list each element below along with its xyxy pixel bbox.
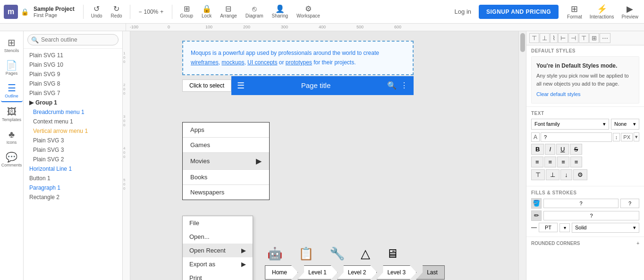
align-left-button[interactable]: ≡ — [531, 157, 543, 167]
sidebar-item-stencils[interactable]: ⊞ Stencils — [1, 35, 23, 56]
outline-item-plain-svg-3a[interactable]: Plain SVG 3 — [24, 136, 122, 145]
nav-level3[interactable]: Level 3 — [376, 265, 416, 280]
outline-item-paragraph[interactable]: Paragraph 1 — [24, 183, 122, 192]
fill-color-value[interactable]: ? — [543, 199, 619, 208]
file-menu-item-open[interactable]: Open... — [183, 230, 253, 244]
font-case-icon[interactable]: A — [531, 132, 540, 142]
bold-button[interactable]: B — [531, 144, 544, 155]
interactions-button[interactable]: ⚡ Interactions — [588, 3, 616, 20]
rounded-corners-add-icon[interactable]: + — [636, 241, 639, 246]
outline-item-context-menu[interactable]: Context menu 1 — [24, 117, 122, 126]
menu-item-newspapers[interactable]: Newspapers — [183, 185, 269, 200]
stroke-color-value[interactable]: ? — [543, 211, 639, 220]
align-center-icon[interactable]: ⊣ — [568, 33, 578, 43]
outline-item-breadcrumb[interactable]: Breadcrumb menu 1 — [24, 107, 122, 117]
stroke-color-icon[interactable]: ✏ — [531, 210, 542, 221]
outline-item-plain-svg-7[interactable]: Plain SVG 7 — [24, 88, 122, 98]
align-middle-icon[interactable]: ⊥ — [540, 33, 550, 43]
canvas-content[interactable]: Moqups is a powerful app used by profess… — [130, 31, 518, 280]
italic-button[interactable]: I — [545, 144, 555, 155]
valign-bottom-button[interactable]: ↓ — [560, 169, 572, 180]
preview-button[interactable]: ▶ Preview — [619, 3, 640, 20]
outline-item-button-1[interactable]: Button 1 — [24, 174, 122, 183]
stroke-style-select[interactable]: Solid ▾ — [572, 223, 639, 233]
outline-item-plain-svg-2[interactable]: Plain SVG 2 — [24, 155, 122, 164]
nav-last[interactable]: Last — [416, 265, 445, 280]
sidebar-item-pages[interactable]: 📄 Pages — [1, 58, 23, 79]
justify-button[interactable]: ≡ — [570, 157, 583, 167]
outline-item-vertical-arrow-menu[interactable]: Vertical arrow menu 1 — [24, 126, 122, 136]
font-size-input[interactable]: ? — [541, 132, 612, 142]
text-settings-button[interactable]: ⚙ — [573, 169, 587, 180]
nav-home[interactable]: Home — [265, 265, 298, 280]
stroke-width-value[interactable]: PT — [539, 223, 558, 232]
file-menu-item-print[interactable]: Print — [183, 271, 253, 280]
nav-level1[interactable]: Level 1 — [297, 265, 338, 280]
outline-item-plain-svg-9[interactable]: Plain SVG 9 — [24, 70, 122, 79]
fill-opacity-value[interactable]: ? — [620, 199, 639, 208]
canvas-area[interactable]: 100 200 300 400 500 Moqups is a powerful… — [123, 31, 526, 280]
px-dropdown[interactable]: ▾ — [634, 132, 639, 141]
valign-top-button[interactable]: ⊤ — [531, 169, 545, 180]
align-right-icon[interactable]: ⊤ — [579, 33, 589, 43]
signup-button[interactable]: SIGNUP AND PRICING — [479, 5, 559, 19]
outline-item-rectangle-2[interactable]: Rectangle 2 — [24, 192, 122, 202]
fill-color-icon[interactable]: 🪣 — [531, 198, 542, 209]
outline-item-plain-svg-10[interactable]: Plain SVG 10 — [24, 60, 122, 70]
outline-item-plain-svg-11[interactable]: Plain SVG 11 — [24, 51, 122, 60]
outline-item-horizontal-line[interactable]: Horizontal Line 1 — [24, 164, 122, 174]
menu-item-movies[interactable]: Movies ▶ — [183, 153, 269, 170]
arrange-button[interactable]: ⊟ Arrange — [217, 4, 240, 19]
align-bottom-icon[interactable]: ⌇ — [550, 33, 558, 43]
menu-item-apps[interactable]: Apps — [183, 122, 269, 138]
outline-item-group-1[interactable]: ▶ Group 1 — [24, 98, 122, 107]
font-style-select[interactable]: None ▾ — [611, 119, 639, 130]
zoom-minus[interactable]: − — [139, 9, 142, 15]
click-to-select-button[interactable]: Click to select — [182, 79, 231, 92]
align-right-button[interactable]: ≡ — [557, 157, 569, 167]
distribute-h-icon[interactable]: ⊞ — [589, 33, 599, 43]
font-family-select[interactable]: Font family ▾ — [531, 119, 609, 130]
valign-middle-button[interactable]: ⊥ — [546, 169, 559, 180]
outline-item-plain-svg-8[interactable]: Plain SVG 8 — [24, 79, 122, 88]
sidebar-item-comments[interactable]: 💬 Comments — [1, 149, 23, 170]
outline-item-plain-svg-3b[interactable]: Plain SVG 3 — [24, 145, 122, 155]
align-top-icon[interactable]: ⊤ — [529, 33, 539, 43]
vertical-scrollbar[interactable] — [518, 31, 526, 280]
zoom-plus[interactable]: + — [160, 9, 163, 15]
distribute-v-icon[interactable]: ⋯ — [600, 33, 610, 43]
align-left-icon[interactable]: ⊢ — [558, 33, 568, 43]
stencils-icon: ⊞ — [8, 38, 16, 47]
undo-button[interactable]: ↺ Undo — [88, 4, 105, 19]
text-transform-icon[interactable]: ↕ — [613, 133, 620, 141]
stroke-width-dropdown[interactable]: ▾ — [559, 223, 570, 232]
nav-level2[interactable]: Level 2 — [337, 265, 377, 280]
sidebar-item-templates[interactable]: 🖼 Templates — [1, 104, 23, 125]
align-center-button[interactable]: ≡ — [544, 157, 557, 167]
strikethrough-button[interactable]: S̶ — [570, 144, 582, 155]
lock-button[interactable]: 🔒 Lock — [199, 4, 214, 19]
sidebar-item-outline[interactable]: ☰ Outline — [1, 80, 23, 102]
group-button[interactable]: ⊞ Group — [177, 4, 196, 19]
underline-button[interactable]: U — [556, 144, 569, 155]
preview-icon: ▶ — [627, 4, 633, 14]
sidebar-item-icons[interactable]: ♣ Icons — [1, 127, 23, 148]
diagram-button[interactable]: ⎋ Diagram — [243, 4, 266, 19]
search-input[interactable] — [27, 34, 119, 45]
app-logo[interactable]: m — [4, 5, 18, 19]
menu-item-games[interactable]: Games — [183, 138, 269, 153]
format-button[interactable]: ⊞ Format — [565, 3, 584, 20]
menu-item-books[interactable]: Books — [183, 170, 269, 185]
sharing-button[interactable]: 👤 Sharing — [269, 4, 291, 19]
zoom-controls[interactable]: − 100% + — [135, 9, 168, 15]
redo-button[interactable]: ↻ Redo — [108, 4, 125, 19]
file-menu-item-file[interactable]: File — [183, 216, 253, 230]
clear-default-styles-link[interactable]: Clear default styles — [536, 90, 634, 98]
workspace-button[interactable]: ⚙ Workspace — [294, 4, 323, 19]
scroll-thumb[interactable] — [520, 33, 525, 52]
text-section: TEXT Font family ▾ None ▾ A ? ↕ PX ▾ B — [526, 107, 644, 186]
file-menu-item-export[interactable]: Export as ▶ — [183, 257, 253, 271]
chevron-right-icon: ▶ — [29, 99, 34, 106]
file-menu-item-open-recent[interactable]: Open Recent ▶ — [183, 244, 253, 257]
login-button[interactable]: Log in — [450, 5, 476, 18]
